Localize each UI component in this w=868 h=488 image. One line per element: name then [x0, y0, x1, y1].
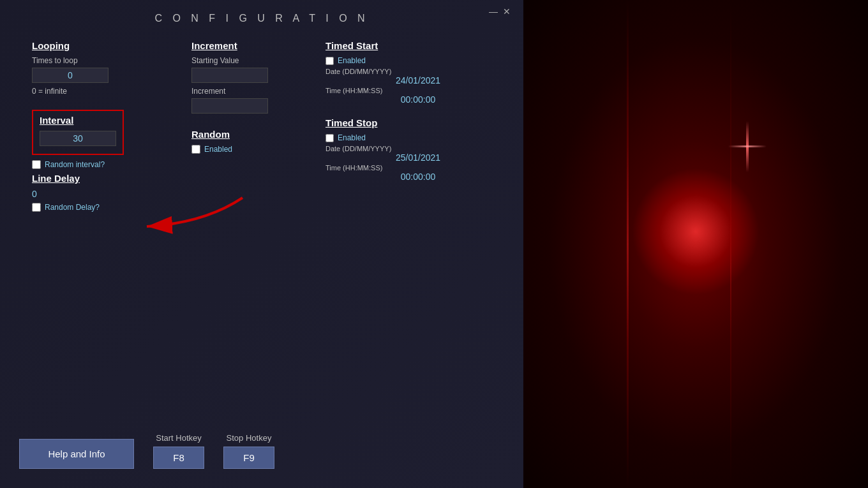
looping-value-input[interactable]: [32, 68, 108, 83]
red-glow-effect: [632, 168, 760, 295]
interval-box: Interval: [32, 110, 124, 155]
timed-start-date-label: Date (DD/MM/YYYY): [326, 68, 511, 75]
close-button[interactable]: ✕: [503, 6, 511, 17]
random-delay-row: Random Delay?: [32, 203, 185, 212]
timed-stop-section: Timed Stop Enabled Date (DD/MM/YYYY) 25/…: [326, 117, 511, 182]
right-column: Timed Start Enabled Date (DD/MM/YYYY) 24…: [319, 40, 511, 216]
increment-label: Increment: [191, 87, 313, 96]
interval-title: Interval: [40, 115, 116, 126]
increment-title: Increment: [191, 40, 313, 51]
timed-start-enabled-row: Enabled: [326, 56, 511, 65]
help-info-button[interactable]: Help and Info: [19, 439, 134, 469]
bottom-row: Help and Info Start Hotkey F8 Stop Hotke…: [19, 433, 504, 469]
timed-stop-date-label: Date (DD/MM/YYYY): [326, 145, 511, 152]
start-hotkey-label: Start Hotkey: [153, 433, 204, 443]
starting-value-label: Starting Value: [191, 56, 313, 65]
timed-stop-title: Timed Stop: [326, 117, 511, 128]
random-title: Random: [191, 129, 313, 140]
red-streak-left: [627, 0, 629, 488]
timed-start-time-value: 00:00:00: [326, 94, 511, 105]
timed-start-time-label: Time (HH:MM:SS): [326, 87, 511, 94]
random-enabled-row: Enabled: [191, 145, 313, 154]
stop-hotkey-section: Stop Hotkey F9: [223, 433, 274, 469]
timed-start-date-value: 24/01/2021: [326, 75, 511, 85]
timed-stop-enabled-row: Enabled: [326, 133, 511, 142]
timed-start-section: Timed Start Enabled Date (DD/MM/YYYY) 24…: [326, 40, 511, 105]
mid-column: Increment Starting Value Increment Rando…: [191, 40, 319, 216]
timed-stop-date-value: 25/01/2021: [326, 152, 511, 163]
right-panel: [523, 0, 868, 488]
minimize-button[interactable]: —: [489, 6, 498, 17]
random-delay-label: Random Delay?: [45, 203, 100, 212]
looping-title: Looping: [32, 40, 185, 51]
random-delay-checkbox[interactable]: [32, 203, 41, 212]
window-controls: — ✕: [489, 6, 511, 17]
config-panel: — ✕ C O N F I G U R A T I O N Looping Ti…: [0, 0, 523, 488]
random-interval-row: Random interval?: [32, 160, 185, 169]
interval-value-input[interactable]: [40, 131, 116, 146]
window-title: C O N F I G U R A T I O N: [19, 13, 504, 24]
increment-value-input[interactable]: [191, 98, 268, 114]
timed-start-title: Timed Start: [326, 40, 511, 51]
red-streak-right: [730, 0, 731, 488]
timed-stop-time-value: 00:00:00: [326, 172, 511, 182]
timed-stop-time-label: Time (HH:MM:SS): [326, 164, 511, 172]
stop-hotkey-label: Stop Hotkey: [223, 433, 274, 443]
random-enabled-checkbox[interactable]: [191, 145, 200, 154]
random-enabled-label: Enabled: [204, 145, 232, 154]
timed-stop-enabled-label: Enabled: [338, 133, 366, 142]
times-to-loop-label: Times to loop: [32, 56, 185, 65]
line-delay-value: 0: [32, 189, 185, 199]
increment-start-input[interactable]: [191, 68, 268, 83]
start-hotkey-section: Start Hotkey F8: [153, 433, 204, 469]
timed-stop-checkbox[interactable]: [326, 134, 334, 142]
random-interval-checkbox[interactable]: [32, 160, 41, 169]
main-grid: Looping Times to loop 0 = infinite Inter…: [19, 40, 504, 216]
infinite-label: 0 = infinite: [32, 87, 185, 96]
line-delay-title: Line Delay: [32, 173, 185, 184]
timed-start-enabled-label: Enabled: [338, 56, 366, 65]
start-hotkey-button[interactable]: F8: [153, 447, 204, 469]
timed-start-checkbox[interactable]: [326, 57, 334, 65]
stop-hotkey-button[interactable]: F9: [223, 447, 274, 469]
random-interval-label: Random interval?: [45, 160, 105, 169]
left-column: Looping Times to loop 0 = infinite Inter…: [32, 40, 191, 216]
